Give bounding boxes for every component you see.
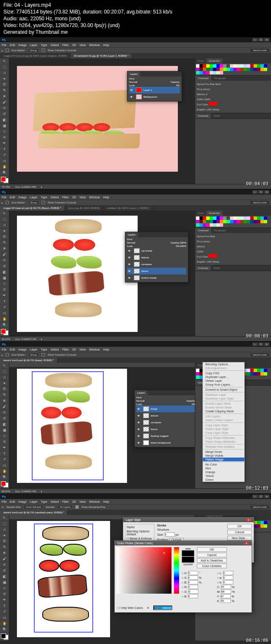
swatch[interactable] — [237, 220, 240, 223]
swatch[interactable] — [254, 64, 257, 68]
swatch[interactable] — [227, 68, 230, 71]
menu-select[interactable]: Select — [51, 44, 59, 47]
swatch[interactable] — [203, 216, 206, 220]
swatch[interactable] — [250, 64, 254, 68]
swatch[interactable] — [206, 68, 210, 71]
swatch[interactable] — [196, 216, 199, 220]
swatch[interactable] — [257, 524, 260, 528]
menu-help[interactable]: Help — [103, 44, 109, 47]
swatch[interactable] — [260, 524, 264, 528]
layer-row[interactable]: 👁Background — [129, 93, 180, 100]
color-picker-dialog[interactable]: Color Picker (Stroke Color)× ↖ new curre… — [114, 540, 252, 613]
close-button[interactable]: × — [264, 38, 269, 41]
menu-3d[interactable]: 3D — [72, 44, 76, 47]
swatch[interactable] — [233, 216, 237, 220]
swatch[interactable] — [196, 220, 199, 223]
brush-tool[interactable]: 🖌 — [0, 99, 9, 105]
picker-ok[interactable]: OK — [197, 547, 227, 552]
swatch[interactable] — [199, 71, 203, 74]
swatch[interactable] — [199, 216, 203, 220]
move-tool[interactable]: ↖ — [0, 58, 9, 64]
swatch[interactable] — [206, 223, 210, 227]
show-transform-checkbox[interactable] — [41, 49, 45, 52]
history-brush[interactable]: ↺ — [0, 111, 9, 117]
swatch[interactable] — [196, 372, 199, 375]
swatch[interactable] — [220, 216, 223, 220]
add-swatch-button[interactable]: Add to Swatches — [197, 558, 227, 563]
workspace-selector[interactable]: steve's work — [250, 49, 269, 52]
channels-tab[interactable]: Channels — [195, 113, 211, 118]
swatch[interactable] — [233, 68, 237, 71]
swatch[interactable] — [213, 64, 216, 68]
swatch[interactable] — [264, 524, 267, 528]
menu-layer[interactable]: Layer — [30, 44, 38, 47]
hex-input[interactable] — [153, 606, 172, 610]
zoom-tool[interactable]: 🔍 — [0, 170, 9, 176]
swatch[interactable] — [230, 220, 233, 223]
crop-tool[interactable]: ⊡ — [0, 82, 9, 88]
swatch[interactable] — [240, 220, 243, 223]
menu-file[interactable]: File — [2, 44, 6, 47]
swatch[interactable] — [254, 216, 257, 220]
color-libraries-button[interactable]: Color Libraries — [197, 564, 227, 568]
lasso-tool[interactable]: ⊃ — [0, 70, 9, 76]
visibility-icon[interactable]: 👁 — [130, 96, 134, 99]
swatch[interactable] — [257, 372, 260, 375]
swatch[interactable] — [203, 64, 206, 68]
swatch[interactable] — [213, 223, 216, 227]
swatch[interactable] — [264, 68, 267, 71]
layer-row[interactable]: 👁Layer 1 — [129, 87, 180, 93]
swatch[interactable] — [230, 68, 233, 71]
swatch[interactable] — [264, 372, 267, 375]
swatch[interactable] — [260, 64, 264, 68]
swatch[interactable] — [250, 369, 254, 372]
auto-select-checkbox[interactable] — [6, 49, 9, 52]
swatch[interactable] — [254, 372, 257, 375]
swatch[interactable] — [196, 71, 199, 74]
swatch[interactable] — [260, 220, 264, 223]
swatch[interactable] — [210, 220, 213, 223]
swatch[interactable] — [196, 68, 199, 71]
swatch[interactable] — [210, 223, 213, 227]
swatch[interactable] — [220, 68, 223, 71]
layers-panel-float[interactable]: Layers Kind NormalOpacity: Lock:Fill: 👁b… — [134, 390, 195, 447]
swatch[interactable] — [206, 64, 210, 68]
swatch[interactable] — [240, 68, 243, 71]
swatch[interactable] — [247, 372, 250, 375]
cancel-button[interactable]: Cancel — [227, 530, 252, 534]
swatch[interactable] — [199, 68, 203, 71]
close-icon[interactable]: × — [246, 518, 251, 521]
menu-edit[interactable]: Edit — [10, 44, 15, 47]
swatch[interactable] — [233, 64, 237, 68]
visibility-icon[interactable]: 👁 — [130, 89, 134, 92]
menu-window[interactable]: Window — [89, 44, 100, 47]
color-chips[interactable] — [1, 177, 8, 183]
swatch[interactable] — [206, 71, 210, 74]
swatch[interactable] — [257, 216, 260, 220]
new-style-button[interactable]: New Style... — [227, 536, 252, 540]
swatch[interactable] — [213, 71, 216, 74]
swatch[interactable] — [254, 68, 257, 71]
swatch[interactable] — [257, 220, 260, 223]
swatch[interactable] — [264, 64, 267, 68]
swatch[interactable] — [264, 521, 267, 524]
stamp-tool[interactable]: ⧈ — [0, 105, 9, 111]
swatch[interactable] — [210, 68, 213, 71]
swatch[interactable] — [260, 372, 264, 375]
swatch[interactable] — [260, 521, 264, 524]
close-icon[interactable]: × — [244, 542, 249, 545]
canvas-area[interactable]: Layers Kind NormalOpacity: Lock:Fill: 👁L… — [9, 58, 195, 184]
swatches-tab[interactable]: Swatches — [206, 58, 222, 63]
swatch[interactable] — [213, 68, 216, 71]
color-tab[interactable]: Color — [195, 58, 206, 63]
auto-select-dropdown[interactable]: Group — [28, 48, 39, 52]
swatch[interactable] — [254, 220, 257, 223]
dodge-tool[interactable]: ⊙ — [0, 134, 9, 140]
size-input[interactable] — [165, 532, 175, 537]
swatch[interactable] — [243, 220, 247, 223]
swatch[interactable] — [250, 372, 254, 375]
swatch[interactable] — [216, 68, 220, 71]
menu-type[interactable]: Type — [41, 44, 47, 47]
gradient-tool[interactable]: ▦ — [0, 123, 9, 129]
swatch[interactable] — [216, 216, 220, 220]
